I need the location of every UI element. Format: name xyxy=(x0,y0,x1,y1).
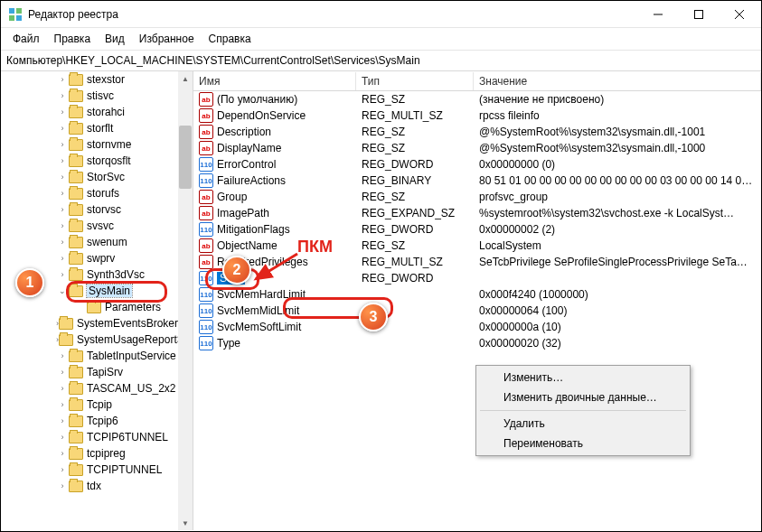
tree-node[interactable]: ›TASCAM_US_2x2 xyxy=(1,380,178,397)
chevron-icon[interactable]: › xyxy=(56,433,69,442)
chevron-icon[interactable]: › xyxy=(56,254,69,263)
chevron-icon[interactable]: › xyxy=(56,205,69,214)
context-menu: Изменить… Изменить двоичные данные… Удал… xyxy=(475,365,691,456)
annotation-arrow-icon xyxy=(249,250,303,286)
value-row[interactable]: 110FailureActionsREG_BINARY80 51 01 00 0… xyxy=(193,173,761,189)
col-value[interactable]: Значение xyxy=(474,72,761,90)
values-panel: Имя Тип Значение ab(По умолчанию)REG_SZ(… xyxy=(193,71,761,530)
tree-node[interactable]: ›SystemUsageReportSvc xyxy=(1,331,178,348)
chevron-icon[interactable]: › xyxy=(56,351,69,360)
chevron-icon[interactable]: › xyxy=(56,384,69,393)
value-row[interactable]: abImagePathREG_EXPAND_SZ%systemroot%\sys… xyxy=(193,205,761,221)
tree-node[interactable]: ›swprv xyxy=(1,250,178,266)
value-row[interactable]: 110MitigationFlagsREG_DWORD0x00000002 (2… xyxy=(193,221,761,238)
tree-node[interactable]: Parameters xyxy=(1,299,178,315)
close-button[interactable] xyxy=(719,1,759,27)
tree-node[interactable]: ›storvsc xyxy=(1,201,178,218)
chevron-icon[interactable]: › xyxy=(56,140,69,149)
tree-node[interactable]: ›tcpipreg xyxy=(1,445,178,462)
maximize-button[interactable] xyxy=(678,1,719,27)
chevron-icon[interactable]: › xyxy=(56,221,69,230)
value-data: SeTcbPrivilege SeProfileSingleProcessPri… xyxy=(474,256,761,268)
chevron-icon[interactable]: › xyxy=(56,270,69,279)
value-row[interactable]: 110ErrorControlREG_DWORD0x00000000 (0) xyxy=(193,156,761,173)
menu-favorites[interactable]: Избранное xyxy=(133,30,201,48)
value-name: DependOnService xyxy=(217,109,306,122)
ctx-rename[interactable]: Переименовать xyxy=(478,434,688,453)
scroll-up-icon[interactable]: ▲ xyxy=(178,71,193,86)
tree-node[interactable]: ›swenum xyxy=(1,234,178,250)
value-row[interactable]: 110SvcMemMidLimit0x00000064 (100) xyxy=(193,303,761,319)
folder-icon xyxy=(69,74,83,86)
menu-help[interactable]: Справка xyxy=(202,30,258,48)
chevron-icon[interactable]: › xyxy=(56,173,69,182)
chevron-icon[interactable]: › xyxy=(56,75,69,84)
value-type: REG_SZ xyxy=(356,191,474,203)
value-row[interactable]: 110SvcMemSoftLimit0x0000000a (10) xyxy=(193,319,761,335)
tree-scrollbar[interactable]: ▲ ▼ xyxy=(178,71,193,530)
chevron-icon[interactable]: › xyxy=(56,238,69,247)
folder-icon xyxy=(69,90,83,102)
chevron-icon[interactable]: › xyxy=(56,465,69,474)
ctx-modify[interactable]: Изменить… xyxy=(478,368,688,387)
scroll-down-icon[interactable]: ▼ xyxy=(178,516,193,530)
tree-node[interactable]: ›svsvc xyxy=(1,218,178,234)
ctx-modify-binary[interactable]: Изменить двоичные данные… xyxy=(478,387,688,407)
menu-file[interactable]: Файл xyxy=(6,30,46,48)
menu-view[interactable]: Вид xyxy=(99,30,131,48)
value-name: SvcMemMidLimit xyxy=(217,304,299,317)
tree-node[interactable]: ›Tcpip6 xyxy=(1,413,178,429)
chevron-icon[interactable]: › xyxy=(56,124,69,133)
tree-node[interactable]: ›storflt xyxy=(1,120,178,136)
binary-value-icon: 110 xyxy=(199,287,213,302)
chevron-icon[interactable]: › xyxy=(56,416,69,425)
value-data: @%SystemRoot%\system32\sysmain.dll,-1001 xyxy=(474,126,761,138)
tree-node[interactable]: ›TCPIP6TUNNEL xyxy=(1,429,178,445)
chevron-icon[interactable]: › xyxy=(56,368,69,377)
tree-node[interactable]: ›storufs xyxy=(1,185,178,201)
value-row[interactable]: abDisplayNameREG_SZ@%SystemRoot%\system3… xyxy=(193,140,761,156)
string-value-icon: ab xyxy=(199,108,213,123)
chevron-icon[interactable]: › xyxy=(56,481,69,490)
value-row[interactable]: ab(По умолчанию)REG_SZ(значение не присв… xyxy=(193,91,761,107)
tree-node[interactable]: ›SystemEventsBroker xyxy=(1,315,178,331)
col-type[interactable]: Тип xyxy=(356,72,474,90)
tree-node-label: svsvc xyxy=(87,219,114,232)
tree-node[interactable]: ›stornvme xyxy=(1,136,178,153)
chevron-icon[interactable]: › xyxy=(56,91,69,100)
value-row[interactable]: abDescriptionREG_SZ@%SystemRoot%\system3… xyxy=(193,124,761,140)
chevron-icon[interactable]: › xyxy=(56,449,69,458)
menu-edit[interactable]: Правка xyxy=(48,30,98,48)
value-type: REG_DWORD xyxy=(356,158,474,171)
tree-node[interactable]: ›TabletInputService xyxy=(1,348,178,364)
folder-icon xyxy=(87,302,101,313)
chevron-icon[interactable]: › xyxy=(56,400,69,409)
scroll-thumb[interactable] xyxy=(179,126,192,189)
ctx-delete[interactable]: Удалить xyxy=(478,414,688,434)
chevron-icon[interactable]: › xyxy=(56,189,69,198)
value-row[interactable]: 110Type0x00000020 (32) xyxy=(193,335,761,351)
tree-node[interactable]: ›storqosflt xyxy=(1,153,178,169)
value-row[interactable]: abGroupREG_SZprofsvc_group xyxy=(193,189,761,205)
tree-node[interactable]: ›TCPIPTUNNEL xyxy=(1,462,178,478)
chevron-icon[interactable]: ⌄ xyxy=(56,286,69,295)
tree-node[interactable]: ›stexstor xyxy=(1,71,178,88)
tree-node[interactable]: ›tdx xyxy=(1,478,178,494)
value-type: REG_EXPAND_SZ xyxy=(356,207,474,219)
tree-node[interactable]: ›storahci xyxy=(1,104,178,120)
chevron-icon[interactable]: › xyxy=(56,107,69,117)
value-row[interactable]: abDependOnServiceREG_MULTI_SZrpcss filei… xyxy=(193,107,761,124)
minimize-button[interactable] xyxy=(637,1,678,27)
tree-node[interactable]: ›TapiSrv xyxy=(1,364,178,380)
tree-node[interactable]: ›stisvc xyxy=(1,88,178,104)
string-value-icon: ab xyxy=(199,238,213,253)
value-row[interactable]: 110SvcMemHardLimit0x000f4240 (1000000) xyxy=(193,286,761,303)
binary-value-icon: 110 xyxy=(199,157,213,172)
tree-node[interactable]: ›Tcpip xyxy=(1,397,178,413)
folder-icon xyxy=(69,107,83,118)
tree-node[interactable]: ›StorSvc xyxy=(1,169,178,185)
col-name[interactable]: Имя xyxy=(193,72,356,90)
address-bar[interactable]: Компьютер\HKEY_LOCAL_MACHINE\SYSTEM\Curr… xyxy=(1,51,761,71)
chevron-icon[interactable]: › xyxy=(56,156,69,165)
tree-node-label: storufs xyxy=(87,187,119,200)
